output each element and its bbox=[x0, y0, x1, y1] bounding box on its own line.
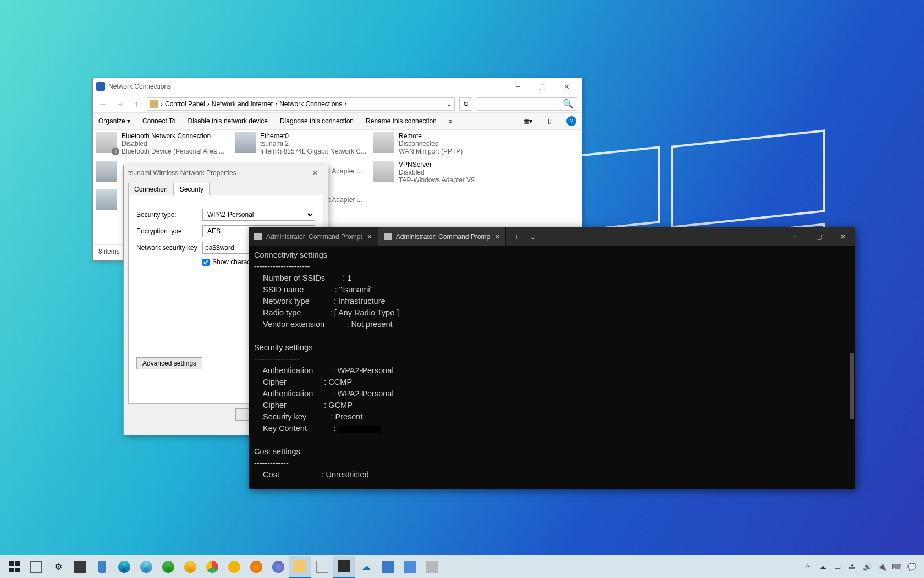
app-icon bbox=[96, 82, 105, 91]
dialog-title: tsunami Wireless Network Properties bbox=[128, 169, 237, 177]
maximize-button[interactable]: ▢ bbox=[530, 78, 554, 95]
input-tray-icon[interactable]: ⌨ bbox=[892, 562, 901, 571]
your-phone-button[interactable] bbox=[91, 556, 113, 578]
terminal-button[interactable] bbox=[333, 556, 355, 578]
back-button[interactable]: ← bbox=[97, 100, 109, 108]
connect-to-button[interactable]: Connect To bbox=[142, 117, 176, 125]
bluetooth-badge-icon: ᛒ bbox=[112, 148, 119, 155]
crumb[interactable]: Control Panel bbox=[165, 100, 205, 108]
power-tray-icon[interactable]: 🔌 bbox=[877, 562, 887, 571]
scrollbar-thumb[interactable] bbox=[850, 353, 854, 419]
chrome-button[interactable] bbox=[201, 556, 223, 578]
connection-remote[interactable]: RemoteDisconnectedWAN Miniport (PPTP) bbox=[373, 132, 508, 155]
preview-pane-button[interactable]: ▯ bbox=[544, 116, 554, 126]
view-options-button[interactable]: ▦▾ bbox=[522, 116, 532, 126]
cmd-icon bbox=[254, 233, 262, 240]
close-tab-button[interactable]: ✕ bbox=[494, 233, 500, 241]
action-center-button[interactable]: 💬 bbox=[907, 562, 916, 571]
task-view-button[interactable] bbox=[25, 556, 47, 578]
forward-button[interactable]: → bbox=[114, 100, 126, 108]
close-button[interactable]: ✕ bbox=[307, 168, 323, 177]
disable-device-button[interactable]: Disable this network device bbox=[188, 117, 268, 125]
dialog-titlebar[interactable]: tsunami Wireless Network Properties ✕ bbox=[124, 165, 328, 180]
firefox-button[interactable] bbox=[245, 556, 267, 578]
connection-vpnserver[interactable]: VPNServerDisabledTAP-Windows Adapter V9 bbox=[373, 161, 508, 184]
show-characters-checkbox[interactable] bbox=[202, 259, 210, 266]
tab-strip: Connection Security bbox=[128, 182, 323, 195]
misc-app-button[interactable] bbox=[421, 556, 443, 578]
adapter-icon: ᛒ bbox=[96, 132, 117, 153]
start-button[interactable] bbox=[3, 556, 25, 578]
address-bar: ← → ↑ › Control Panel › Network and Inte… bbox=[93, 95, 582, 113]
minimize-button[interactable]: − bbox=[783, 227, 807, 246]
rename-button[interactable]: Rename this connection bbox=[366, 117, 437, 125]
adapter-icon bbox=[96, 161, 117, 182]
tab-dropdown-button[interactable]: ⌄ bbox=[525, 227, 541, 246]
store-button[interactable] bbox=[69, 556, 91, 578]
network-tray-icon[interactable]: 🖧 bbox=[848, 562, 857, 571]
chrome-canary-button[interactable] bbox=[223, 556, 245, 578]
terminal-output[interactable]: Connectivity settings ------------------… bbox=[249, 246, 855, 484]
diagnose-button[interactable]: Diagnose this connection bbox=[280, 117, 354, 125]
security-tray-icon[interactable]: ▭ bbox=[833, 562, 842, 571]
firefox-dev-button[interactable] bbox=[267, 556, 289, 578]
new-tab-button[interactable]: + bbox=[508, 227, 525, 246]
connection-partial-text: rnet Adapter ... bbox=[319, 196, 402, 204]
titlebar[interactable]: Network Connections − ▢ ✕ bbox=[93, 78, 582, 95]
adapter-icon bbox=[96, 189, 117, 210]
cloud-icon: ☁ bbox=[362, 561, 371, 572]
adapter-icon bbox=[235, 132, 256, 153]
settings-button[interactable]: ⚙ bbox=[47, 556, 69, 578]
security-key-label: Network security key bbox=[136, 244, 198, 252]
windows-terminal-window: Administrator: Command Prompt ✕ Administ… bbox=[249, 227, 855, 489]
help-button[interactable]: ? bbox=[566, 116, 576, 126]
cmd-icon bbox=[384, 233, 392, 240]
connection-ethernet0[interactable]: Ethernet0tsunami 2Intel(R) 82574L Gigabi… bbox=[235, 132, 370, 155]
connection-bluetooth[interactable]: ᛒ Bluetooth Network ConnectionDisabledBl… bbox=[96, 132, 231, 155]
tab-connection[interactable]: Connection bbox=[128, 183, 174, 195]
redacted-key-content bbox=[338, 425, 382, 433]
mail-button[interactable] bbox=[311, 556, 333, 578]
terminal-titlebar[interactable]: Administrator: Command Prompt ✕ Administ… bbox=[249, 227, 855, 246]
search-input[interactable]: 🔍 bbox=[477, 97, 578, 111]
encryption-type-label: Encryption type: bbox=[136, 227, 198, 235]
advanced-settings-button[interactable]: Advanced settings bbox=[136, 357, 202, 369]
taskbar: ⚙ ☁ ^ ☁ ▭ 🖧 🔊 🔌 ⌨ 💬 bbox=[0, 555, 924, 578]
explorer-button[interactable] bbox=[289, 556, 311, 578]
overflow-button[interactable]: » bbox=[449, 117, 453, 125]
security-type-select[interactable]: WPA2-Personal bbox=[202, 209, 315, 221]
adapter-icon bbox=[373, 132, 394, 153]
window-title: Network Connections bbox=[108, 83, 171, 90]
refresh-button[interactable]: ↻ bbox=[459, 97, 472, 111]
edge-button[interactable] bbox=[113, 556, 135, 578]
security-type-label: Security type: bbox=[136, 211, 198, 219]
crumb[interactable]: Network and Internet bbox=[212, 100, 273, 108]
edge-dev-button[interactable] bbox=[157, 556, 179, 578]
terminal-tab[interactable]: Administrator: Command Prompt ✕ bbox=[249, 227, 378, 246]
onedrive-button[interactable]: ☁ bbox=[355, 556, 377, 578]
crumb[interactable]: Network Connections bbox=[279, 100, 342, 108]
snip-button[interactable] bbox=[399, 556, 421, 578]
system-tray: ^ ☁ ▭ 🖧 🔊 🔌 ⌨ 💬 bbox=[803, 562, 921, 571]
gear-icon: ⚙ bbox=[54, 561, 62, 572]
folder-icon bbox=[150, 100, 158, 108]
edge-beta-button[interactable] bbox=[135, 556, 157, 578]
adapter-icon bbox=[373, 161, 394, 182]
minimize-button[interactable]: − bbox=[506, 78, 530, 95]
onedrive-tray-icon[interactable]: ☁ bbox=[818, 562, 827, 571]
close-button[interactable]: ✕ bbox=[554, 78, 579, 95]
close-tab-button[interactable]: ✕ bbox=[367, 233, 372, 241]
volume-tray-icon[interactable]: 🔊 bbox=[862, 562, 872, 571]
up-button[interactable]: ↑ bbox=[130, 100, 142, 108]
tray-overflow-button[interactable]: ^ bbox=[803, 562, 812, 571]
organize-menu[interactable]: Organize ▾ bbox=[98, 117, 130, 125]
maximize-button[interactable]: ▢ bbox=[807, 227, 831, 246]
search-icon: 🔍 bbox=[563, 99, 574, 109]
close-button[interactable]: ✕ bbox=[831, 227, 855, 246]
command-bar: Organize ▾ Connect To Disable this netwo… bbox=[93, 113, 582, 130]
breadcrumb[interactable]: › Control Panel › Network and Internet ›… bbox=[147, 97, 455, 111]
edge-canary-button[interactable] bbox=[179, 556, 201, 578]
terminal-tab[interactable]: Administrator: Command Promp ✕ bbox=[378, 227, 506, 246]
tab-security[interactable]: Security bbox=[174, 183, 210, 195]
quick-assist-button[interactable] bbox=[377, 556, 399, 578]
